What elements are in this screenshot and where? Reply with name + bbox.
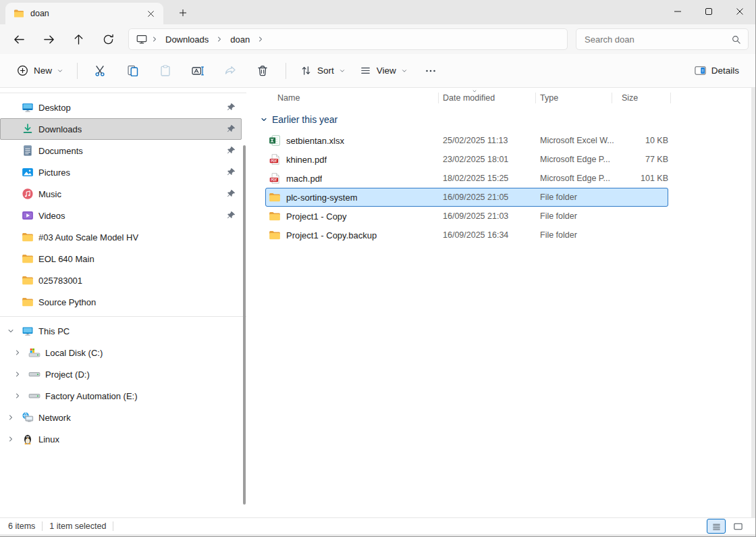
file-name-cell: PDFmach.pdf xyxy=(265,172,443,184)
documents-icon xyxy=(22,145,34,157)
close-button[interactable] xyxy=(724,0,755,23)
file-row-project1-copy-backup[interactable]: Project1 - Copy.backup16/09/2025 16:34Fi… xyxy=(265,226,668,245)
chevron-right-icon[interactable] xyxy=(7,413,22,421)
minimize-button[interactable] xyxy=(662,0,693,23)
forward-button[interactable] xyxy=(34,28,63,51)
sidebar-item-label: Local Disk (C:) xyxy=(45,348,103,358)
rename-button[interactable] xyxy=(184,59,211,82)
more-options-button[interactable] xyxy=(417,59,444,82)
column-header-type[interactable]: Type xyxy=(540,89,616,107)
file-date-modified: 16/09/2025 21:03 xyxy=(443,211,540,221)
this-pc-icon xyxy=(22,325,34,337)
copy-button[interactable] xyxy=(119,59,146,82)
share-button[interactable] xyxy=(217,59,244,82)
sidebar-item-downloads[interactable]: Downloads xyxy=(0,118,242,140)
pdf-icon: PDF xyxy=(269,153,281,165)
new-button[interactable]: New xyxy=(9,59,70,82)
desktop-icon xyxy=(22,101,34,113)
sidebar-item-factory-automation-e[interactable]: Factory Automation (E:) xyxy=(0,385,242,407)
sort-label: Sort xyxy=(317,66,334,76)
selection-count: 1 item selected xyxy=(49,521,106,531)
breadcrumb[interactable]: Downloads doan xyxy=(128,28,568,50)
file-name-cell: PDFkhinen.pdf xyxy=(265,153,443,165)
file-row-project1-copy[interactable]: Project1 - Copy16/09/2025 21:03File fold… xyxy=(265,207,668,226)
sidebar-scrollbar[interactable] xyxy=(243,145,246,505)
share-icon xyxy=(223,64,237,78)
refresh-button[interactable] xyxy=(93,28,123,51)
breadcrumb-doan[interactable]: doan xyxy=(226,33,254,46)
column-header-date-modified[interactable]: Date modified xyxy=(443,89,540,107)
svg-text:PDF: PDF xyxy=(271,178,277,182)
explorer-tab[interactable]: doan xyxy=(5,3,163,24)
file-row-khinen-pdf[interactable]: PDFkhinen.pdf23/02/2025 18:01Microsoft E… xyxy=(265,150,668,169)
up-button[interactable] xyxy=(63,28,93,51)
breadcrumb-downloads[interactable]: Downloads xyxy=(161,33,213,46)
column-header-name[interactable]: Name xyxy=(265,89,443,107)
sidebar-item-eol-640-main[interactable]: EOL 640 Main xyxy=(0,248,242,270)
file-name: setbientan.xlsx xyxy=(286,136,344,146)
sidebar-item-label: This PC xyxy=(38,326,70,336)
sidebar-item-label: Desktop xyxy=(38,103,71,113)
file-name-cell: Project1 - Copy.backup xyxy=(265,229,443,241)
sidebar-item-label: Network xyxy=(38,413,71,423)
chevron-down-icon[interactable] xyxy=(7,327,22,335)
file-type: File folder xyxy=(540,211,616,221)
pin-icon xyxy=(227,189,236,199)
details-pane-button[interactable]: Details xyxy=(687,59,746,82)
sidebar-item-documents[interactable]: Documents xyxy=(0,140,242,161)
sidebar-item-source-python[interactable]: Source Python xyxy=(0,291,242,313)
details-view-toggle[interactable] xyxy=(707,519,726,534)
folder-icon xyxy=(22,296,34,308)
videos-icon xyxy=(22,209,34,222)
column-header-size[interactable]: Size xyxy=(616,89,675,107)
paste-icon xyxy=(159,64,172,78)
maximize-button[interactable] xyxy=(693,0,724,23)
sidebar-divider xyxy=(0,316,246,317)
file-list: setbientan.xlsx25/02/2025 11:13Microsoft… xyxy=(265,130,755,245)
folder-icon xyxy=(269,210,281,222)
thumbnail-view-toggle[interactable] xyxy=(728,519,747,534)
file-row-setbientan-xlsx[interactable]: setbientan.xlsx25/02/2025 11:13Microsoft… xyxy=(265,131,668,150)
sidebar-item-pictures[interactable]: Pictures xyxy=(0,161,242,183)
downloads-icon xyxy=(22,123,34,135)
sidebar-item-this-pc[interactable]: This PC xyxy=(0,320,242,342)
chevron-right-icon[interactable] xyxy=(14,392,28,400)
drive-icon xyxy=(28,368,40,380)
column-headers: Name Date modified Type Size xyxy=(265,89,755,107)
sidebar-item-videos[interactable]: Videos xyxy=(0,205,242,226)
view-button[interactable]: View xyxy=(352,59,414,82)
tab-close-button[interactable] xyxy=(143,6,158,21)
chevron-right-icon[interactable] xyxy=(14,349,28,357)
drive-windows-icon xyxy=(28,347,40,359)
search-icon[interactable] xyxy=(731,34,741,45)
delete-button[interactable] xyxy=(249,59,276,82)
paste-button[interactable] xyxy=(152,59,179,82)
sidebar-item-music[interactable]: Music xyxy=(0,183,242,205)
chevron-right-icon xyxy=(151,35,159,43)
sidebar-item-local-disk-c[interactable]: Local Disk (C:) xyxy=(0,342,242,363)
file-row-mach-pdf[interactable]: PDFmach.pdf18/02/2025 15:25Microsoft Edg… xyxy=(265,169,668,188)
file-explorer-window: doan xyxy=(0,0,756,537)
cut-button[interactable] xyxy=(87,59,114,82)
file-name: Project1 - Copy.backup xyxy=(286,230,377,240)
sidebar-item-network[interactable]: Network xyxy=(0,407,242,428)
sidebar-item-project-d[interactable]: Project (D:) xyxy=(0,363,242,385)
chevron-right-icon[interactable] xyxy=(14,370,28,378)
new-tab-button[interactable] xyxy=(174,4,192,22)
chevron-right-icon[interactable] xyxy=(7,435,22,443)
search-input[interactable] xyxy=(583,34,731,45)
sidebar-nav: DesktopDownloadsDocumentsPicturesMusicVi… xyxy=(0,88,253,517)
sidebar-item-label: Pictures xyxy=(38,168,70,178)
pin-icon xyxy=(227,124,236,134)
sidebar-item-desktop[interactable]: Desktop xyxy=(0,97,242,118)
group-header[interactable]: Earlier this year xyxy=(259,109,755,130)
sidebar-item-025783001[interactable]: 025783001 xyxy=(0,270,242,291)
rename-icon xyxy=(191,64,205,78)
back-button[interactable] xyxy=(4,28,34,51)
delete-icon xyxy=(256,64,269,78)
sort-button[interactable]: Sort xyxy=(293,59,352,82)
file-row-plc-sorting-system[interactable]: plc-sorting-system16/09/2025 21:05File f… xyxy=(265,188,668,207)
sidebar-item-03-auto-scale-model-hv[interactable]: #03 Auto Scale Model HV xyxy=(0,226,242,248)
sidebar-item-linux[interactable]: Linux xyxy=(0,428,242,450)
close-icon xyxy=(147,10,155,18)
